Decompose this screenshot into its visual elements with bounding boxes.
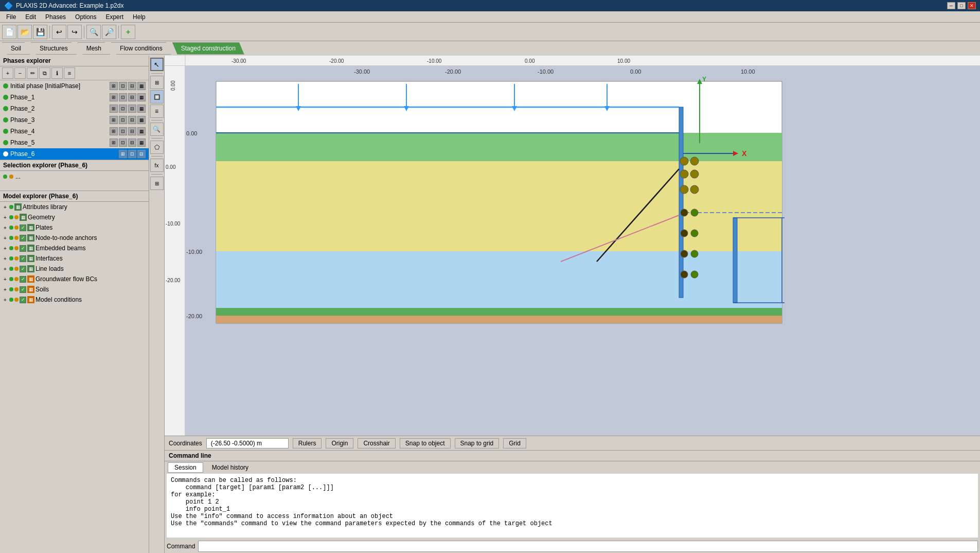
expand-interfaces[interactable]: + [2, 255, 8, 262]
expand-model-conditions[interactable]: + [2, 297, 8, 303]
explorer-geometry[interactable]: + ▦ Geometry [0, 212, 149, 222]
explorer-attributes[interactable]: + ▦ Attributes library [0, 202, 149, 212]
expand-embedded-beams[interactable]: + [2, 245, 8, 251]
snap-object-btn[interactable]: Snap to object [400, 438, 451, 448]
check-plates[interactable] [20, 224, 26, 231]
table-btn[interactable]: ⊞ [150, 177, 164, 190]
check-gw-bcs[interactable] [20, 276, 26, 283]
phases-add-btn[interactable]: + [2, 67, 13, 79]
menu-file[interactable]: File [2, 12, 20, 22]
phase-item-3[interactable]: Phase_3 ⊞ ⊡ ⊟ ▦ [0, 114, 149, 126]
redo-button[interactable]: ↪ [67, 25, 82, 39]
phases-info-btn[interactable]: ℹ [51, 67, 63, 79]
icon-embedded-beams: ▦ [27, 245, 34, 252]
undo-button[interactable]: ↩ [52, 25, 66, 39]
cmd-tab-history[interactable]: Model history [205, 462, 255, 473]
explorer-plates[interactable]: + ▦ Plates [0, 222, 149, 233]
phases-table-btn[interactable]: ≡ [64, 67, 75, 79]
expand-gw-bcs[interactable]: + [2, 276, 8, 282]
tab-soil[interactable]: Soil [2, 42, 30, 55]
expand-soils[interactable]: + [2, 286, 8, 292]
expand-geometry[interactable]: + [2, 214, 8, 220]
select-tool-btn[interactable]: ↖ [150, 58, 164, 71]
vert-sep-2 [151, 120, 163, 120]
check-line-loads[interactable] [20, 266, 26, 272]
tab-staged-construction[interactable]: Staged construction [172, 42, 244, 55]
menu-help[interactable]: Help [129, 12, 150, 22]
check-node-anchors[interactable] [20, 235, 26, 241]
new-button[interactable]: 📄 [2, 25, 16, 39]
phase-item-6[interactable]: Phase_6 ⊞ ⊡ ⊟ [0, 148, 149, 160]
check-interfaces[interactable] [20, 255, 26, 262]
command-input[interactable] [198, 541, 978, 552]
grid-btn[interactable]: Grid [503, 438, 526, 448]
svg-text:0.00: 0.00 [630, 68, 641, 75]
selection-explorer-header: Selection explorer (Phase_6) [0, 160, 149, 171]
rulers-btn[interactable]: Rulers [293, 438, 322, 448]
cmd-tab-session[interactable]: Session [168, 462, 203, 473]
zoom-out-button[interactable]: 🔎 [102, 25, 116, 39]
check-soils[interactable] [20, 286, 26, 293]
svg-point-48 [691, 250, 698, 257]
phase-item-4[interactable]: Phase_4 ⊞ ⊡ ⊟ ▦ [0, 126, 149, 137]
select-polygon-btn[interactable]: ⬠ [150, 141, 164, 154]
tab-flow-conditions[interactable]: Flow conditions [111, 42, 171, 55]
phase-list: Initial phase [InitialPhase] ⊞ ⊡ ⊟ ▦ Pha… [0, 80, 149, 160]
pan-btn[interactable]: ≡ [150, 105, 164, 118]
snap-grid-btn[interactable]: Snap to grid [455, 438, 500, 448]
phase-item-2[interactable]: Phase_2 ⊞ ⊡ ⊟ ▦ [0, 103, 149, 114]
selection-text: ... [15, 173, 21, 180]
phase-icon-4b: ⊡ [119, 127, 127, 135]
dot-node-anchors [9, 236, 13, 240]
minimize-button[interactable]: ─ [947, 2, 955, 9]
expand-attributes[interactable]: + [2, 204, 8, 210]
explorer-interfaces[interactable]: + ▦ Interfaces [0, 253, 149, 264]
tab-structures[interactable]: Structures [31, 42, 77, 55]
expand-plates[interactable]: + [2, 224, 8, 231]
phase-item-initial[interactable]: Initial phase [InitialPhase] ⊞ ⊡ ⊟ ▦ [0, 80, 149, 92]
zoom-fit-btn[interactable]: ⊞ [150, 76, 164, 89]
cmd-line-7: Use the "commands" command to view the c… [171, 520, 974, 527]
origin-btn[interactable]: Origin [326, 438, 353, 448]
expand-line-loads[interactable]: + [2, 266, 8, 272]
close-button[interactable]: ✕ [968, 2, 976, 9]
save-button[interactable]: 💾 [33, 25, 47, 39]
add-button[interactable]: + [121, 25, 135, 39]
phases-edit-btn[interactable]: ✏ [27, 67, 38, 79]
explorer-model-conditions[interactable]: + ▦ Model conditions [0, 295, 149, 305]
explorer-node-anchors[interactable]: + ▦ Node-to-node anchors [0, 233, 149, 243]
maximize-button[interactable]: □ [957, 2, 966, 9]
phases-copy-btn[interactable]: ⧉ [39, 67, 50, 79]
explorer-embedded-beams[interactable]: + ▦ Embedded beams [0, 243, 149, 253]
phase-icon-1a: ⊞ [110, 93, 118, 101]
phase-icon-6a: ⊞ [119, 150, 127, 158]
menu-phases[interactable]: Phases [41, 12, 70, 22]
menu-expert[interactable]: Expert [101, 12, 128, 22]
zoom-window-btn[interactable]: 🔲 [150, 90, 164, 103]
tab-mesh[interactable]: Mesh [78, 42, 110, 55]
svg-text:-10.00: -10.00 [166, 221, 181, 227]
crosshair-btn[interactable]: Crosshair [358, 438, 395, 448]
function-btn[interactable]: fx [150, 159, 164, 172]
cmd-line-1: Commands can be called as follows: [171, 477, 974, 484]
phase-icons-initial: ⊞ ⊡ ⊟ ▦ [110, 82, 146, 90]
explorer-line-loads[interactable]: + ▦ Line loads [0, 264, 149, 274]
label-embedded-beams: Embedded beams [35, 245, 85, 252]
explorer-gw-bcs[interactable]: + ▦ Groundwater flow BCs [0, 274, 149, 284]
check-embedded-beams[interactable] [20, 245, 26, 252]
zoom-in-button[interactable]: 🔍 [86, 25, 101, 39]
menu-edit[interactable]: Edit [21, 12, 40, 22]
open-button[interactable]: 📂 [17, 25, 32, 39]
phases-remove-btn[interactable]: − [14, 67, 26, 79]
icon-geometry: ▦ [20, 214, 27, 221]
check-model-conditions[interactable] [20, 297, 26, 303]
phase-item-1[interactable]: Phase_1 ⊞ ⊡ ⊟ ▦ [0, 92, 149, 103]
main-canvas[interactable]: Y X [185, 66, 980, 436]
menu-options[interactable]: Options [71, 12, 100, 22]
phase-item-5[interactable]: Phase_5 ⊞ ⊡ ⊟ ▦ [0, 137, 149, 148]
zoom-in-vert-btn[interactable]: 🔍 [150, 123, 164, 136]
explorer-soils[interactable]: + ▦ Soils [0, 284, 149, 295]
expand-node-anchors[interactable]: + [2, 235, 8, 241]
svg-text:-30.00: -30.00 [231, 58, 246, 64]
dot-line-y [14, 267, 19, 271]
